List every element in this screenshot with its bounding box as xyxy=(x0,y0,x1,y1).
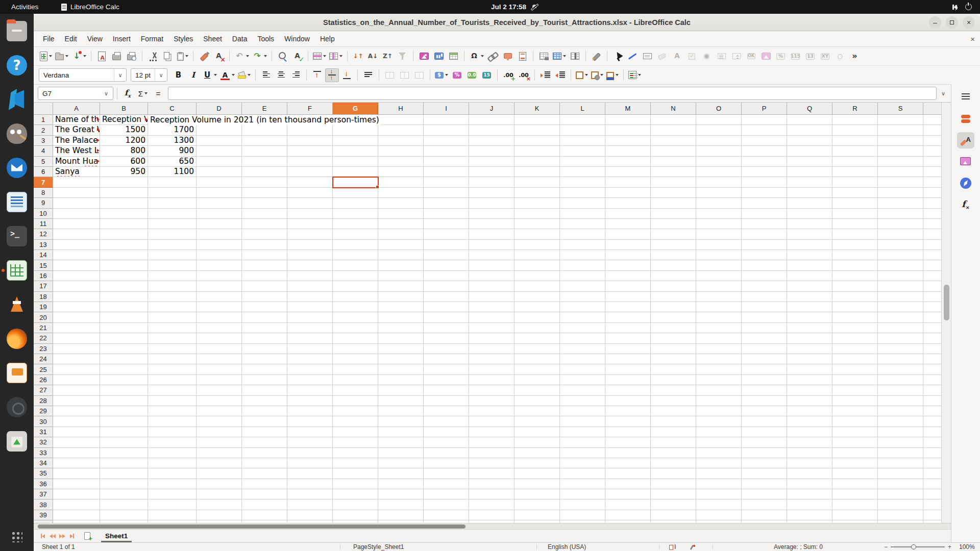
cell-O33[interactable] xyxy=(696,448,742,458)
cell-I26[interactable] xyxy=(424,375,469,385)
cell-H12[interactable] xyxy=(378,229,424,239)
cell-J5[interactable] xyxy=(469,157,514,167)
cell-A4[interactable]: The West L xyxy=(53,146,100,156)
cell-E2[interactable] xyxy=(242,125,287,135)
cell-S34[interactable] xyxy=(878,458,923,468)
cell-S2[interactable] xyxy=(878,125,923,135)
cell-A22[interactable] xyxy=(53,333,100,343)
cell-M16[interactable] xyxy=(605,271,651,281)
cell-O16[interactable] xyxy=(696,271,742,281)
cell-O31[interactable] xyxy=(696,427,742,437)
cell-A21[interactable] xyxy=(53,323,100,333)
cell-Q13[interactable] xyxy=(787,240,832,250)
cell-Q21[interactable] xyxy=(787,323,832,333)
select-all-corner[interactable] xyxy=(34,103,53,115)
cell-M30[interactable] xyxy=(605,416,651,427)
cell-I34[interactable] xyxy=(424,458,469,468)
minimize-button[interactable]: – xyxy=(929,16,941,29)
dock-item-vlc[interactable] xyxy=(0,287,34,321)
cell-M7[interactable] xyxy=(605,177,651,187)
cell-K26[interactable] xyxy=(514,375,560,385)
cell-B7[interactable] xyxy=(100,177,148,187)
cell-I15[interactable] xyxy=(424,260,469,270)
cell-N13[interactable] xyxy=(651,240,696,250)
cell-C38[interactable] xyxy=(148,499,197,510)
cell-O26[interactable] xyxy=(696,375,742,385)
cell-O7[interactable] xyxy=(696,177,742,187)
cell-P3[interactable] xyxy=(742,136,787,146)
cell-G37[interactable] xyxy=(333,489,378,499)
column-header-M[interactable]: M xyxy=(605,103,651,115)
cell-C3[interactable]: 1300 xyxy=(148,136,197,146)
cell-I20[interactable] xyxy=(424,312,469,322)
cell-K32[interactable] xyxy=(514,437,560,447)
cell-N6[interactable] xyxy=(651,167,696,177)
cell-C13[interactable] xyxy=(148,240,197,250)
cell-D15[interactable] xyxy=(197,260,242,270)
cell-I9[interactable] xyxy=(424,198,469,208)
cell-N39[interactable] xyxy=(651,510,696,520)
cell-E28[interactable] xyxy=(242,396,287,406)
cell-A34[interactable] xyxy=(53,458,100,468)
cell-Q8[interactable] xyxy=(787,188,832,198)
cell-S14[interactable] xyxy=(878,250,923,260)
cell-N26[interactable] xyxy=(651,375,696,385)
cell-R36[interactable] xyxy=(832,479,878,489)
cell-C24[interactable] xyxy=(148,354,197,364)
cell-A14[interactable] xyxy=(53,250,100,260)
row-header-26[interactable]: 26 xyxy=(34,375,53,385)
center-vertically-button[interactable] xyxy=(325,68,339,82)
highlight-color-button[interactable] xyxy=(237,68,252,82)
cell-C37[interactable] xyxy=(148,489,197,499)
cell-K34[interactable] xyxy=(514,458,560,468)
dock-item-gimp[interactable] xyxy=(0,116,34,151)
cell-M11[interactable] xyxy=(605,219,651,229)
cell-J1[interactable] xyxy=(469,115,514,125)
more-options-button[interactable]: » xyxy=(848,49,862,63)
cell-S36[interactable] xyxy=(878,479,923,489)
cell-P33[interactable] xyxy=(742,448,787,458)
cell-Q30[interactable] xyxy=(787,416,832,427)
cell-J23[interactable] xyxy=(469,344,514,354)
cell-N18[interactable] xyxy=(651,292,696,302)
cell-P16[interactable] xyxy=(742,271,787,281)
cell-J36[interactable] xyxy=(469,479,514,489)
cell-N17[interactable] xyxy=(651,281,696,291)
cell-G2[interactable] xyxy=(333,125,378,135)
cell-K37[interactable] xyxy=(514,489,560,499)
cell-A32[interactable] xyxy=(53,437,100,447)
cell-O5[interactable] xyxy=(696,157,742,167)
cell-A36[interactable] xyxy=(53,479,100,489)
cell-L25[interactable] xyxy=(560,364,605,374)
cell-H33[interactable] xyxy=(378,448,424,458)
conditional-formatting-button[interactable] xyxy=(627,68,642,82)
cell-E16[interactable] xyxy=(242,271,287,281)
cell-O23[interactable] xyxy=(696,344,742,354)
cell-D38[interactable] xyxy=(197,499,242,510)
cell-N7[interactable] xyxy=(651,177,696,187)
cell-R15[interactable] xyxy=(832,260,878,270)
cell-I21[interactable] xyxy=(424,323,469,333)
cell-J22[interactable] xyxy=(469,333,514,343)
cell-A9[interactable] xyxy=(53,198,100,208)
cell-J9[interactable] xyxy=(469,198,514,208)
cell-R12[interactable] xyxy=(832,229,878,239)
cell-C39[interactable] xyxy=(148,510,197,520)
cell-J10[interactable] xyxy=(469,209,514,219)
cell-A20[interactable] xyxy=(53,312,100,322)
cell-H35[interactable] xyxy=(378,468,424,479)
cell-G34[interactable] xyxy=(333,458,378,468)
dock-item-calc[interactable] xyxy=(0,253,34,287)
spreadsheet-grid[interactable]: ABCDEFGHIJKLMNOPQRS1Name of thReception … xyxy=(34,103,941,523)
cell-R9[interactable] xyxy=(832,198,878,208)
cell-M12[interactable] xyxy=(605,229,651,239)
cell-P26[interactable] xyxy=(742,375,787,385)
cell-H25[interactable] xyxy=(378,364,424,374)
cell-H14[interactable] xyxy=(378,250,424,260)
cell-A33[interactable] xyxy=(53,448,100,458)
cell-K5[interactable] xyxy=(514,157,560,167)
column-header-O[interactable]: O xyxy=(696,103,742,115)
cell-O12[interactable] xyxy=(696,229,742,239)
cell-G8[interactable] xyxy=(333,188,378,198)
cell-Q1[interactable] xyxy=(787,115,832,125)
